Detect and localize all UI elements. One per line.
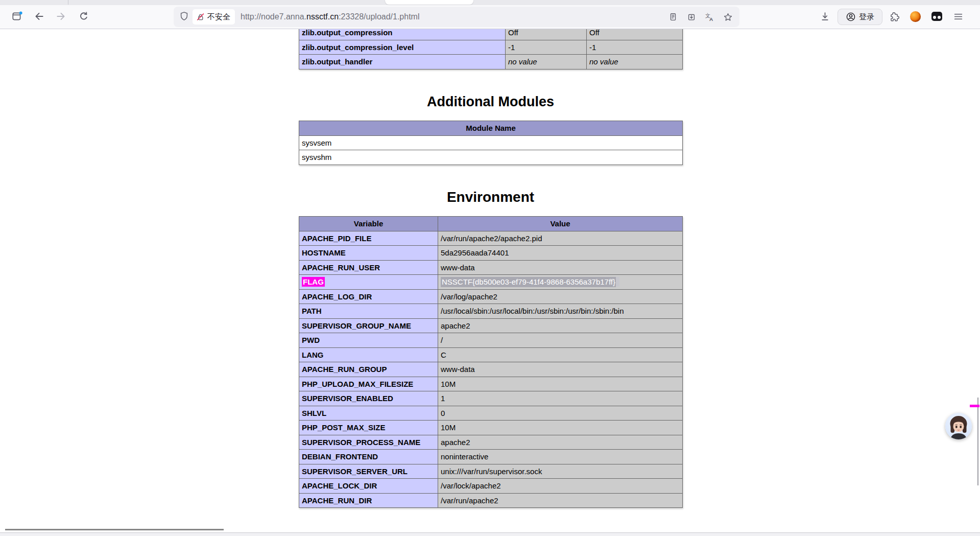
env-variable-cell: SUPERVISOR_ENABLED [299, 391, 438, 406]
config-local-value-cell: no value [506, 55, 587, 69]
env-row: APACHE_RUN_DIR/var/run/apache2 [299, 493, 683, 508]
env-row: APACHE_PID_FILE/var/run/apache2/apache2.… [299, 231, 683, 246]
env-variable-cell: SUPERVISOR_GROUP_NAME [299, 318, 438, 333]
horizontal-rule [5, 529, 224, 530]
env-row: SUPERVISOR_PROCESS_NAMEapache2 [299, 435, 683, 450]
avatar-girl-illustration [945, 413, 972, 439]
menu-hamburger-icon[interactable] [949, 8, 967, 25]
url-domain: nssctf.cn [306, 12, 339, 21]
url-suffix: :23328/upload/1.phtml [339, 12, 419, 21]
env-variable-cell: APACHE_RUN_DIR [299, 493, 438, 508]
env-value-cell: 0 [438, 406, 683, 421]
bookmark-star-icon[interactable] [721, 10, 735, 25]
env-row: APACHE_RUN_GROUPwww-data [299, 362, 683, 377]
reader-view-icon[interactable] [665, 10, 680, 25]
variable-column-header: Variable [299, 217, 438, 231]
login-label: 登录 [859, 12, 874, 22]
env-value-cell: /var/run/apache2 [438, 493, 683, 508]
config-row: zlib.output_handlerno valueno value [299, 55, 683, 69]
dark-reader-extension-icon[interactable] [928, 8, 945, 25]
translate-icon[interactable]: 文 A [702, 10, 717, 25]
env-row: PHP_UPLOAD_MAX_FILESIZE10M [299, 377, 683, 391]
extensions-puzzle-icon[interactable] [885, 8, 902, 25]
env-row: APACHE_RUN_USERwww-data [299, 260, 683, 275]
config-local-value-cell: -1 [506, 40, 587, 55]
env-row: SUPERVISOR_SERVER_URLunix:///var/run/sup… [299, 464, 683, 479]
firefox-view-icon[interactable] [8, 8, 26, 25]
config-directive-cell: zlib.output_compression_level [299, 40, 506, 55]
back-icon[interactable] [30, 8, 47, 25]
reload-icon[interactable] [75, 8, 92, 25]
security-badge[interactable]: 不安全 [193, 9, 235, 25]
config-row: zlib.output_compression_level-1-1 [299, 40, 683, 55]
env-row: DEBIAN_FRONTENDnoninteractive [299, 450, 683, 464]
config-master-value-cell: -1 [587, 40, 683, 55]
download-icon[interactable] [816, 8, 833, 25]
selection-tail [616, 277, 619, 287]
env-row: PWD/ [299, 333, 683, 348]
env-variable-cell: APACHE_LOCK_DIR [299, 479, 438, 494]
env-row: APACHE_LOCK_DIR/var/lock/apache2 [299, 479, 683, 494]
env-value-cell: /var/log/apache2 [438, 289, 683, 304]
url-bar[interactable]: 不安全 http://node7.anna.nssctf.cn:23328/up… [174, 7, 739, 27]
env-row: APACHE_LOG_DIR/var/log/apache2 [299, 289, 683, 304]
security-label: 不安全 [207, 12, 230, 22]
additional-modules-table: Module Name sysvsemsysvshm [299, 121, 683, 165]
svg-text:A: A [709, 16, 713, 22]
active-tab[interactable] [385, 0, 473, 5]
environment-heading: Environment [299, 189, 682, 206]
env-variable-cell: SHLVL [299, 406, 438, 421]
env-row: SUPERVISOR_GROUP_NAMEapache2 [299, 318, 683, 333]
find-match-scroll-marker [970, 405, 979, 407]
selected-flag-value: NSSCTF{db500e03-ef79-41f4-9868-6356a37b1… [441, 277, 616, 287]
env-variable-cell: HOSTNAME [299, 246, 438, 261]
tab-separator [68, 0, 68, 5]
navigation-toolbar: 不安全 http://node7.anna.nssctf.cn:23328/up… [0, 5, 980, 29]
env-row: SUPERVISOR_ENABLED1 [299, 391, 683, 406]
env-value-cell: /usr/local/sbin:/usr/local/bin:/usr/sbin… [438, 304, 683, 319]
page-viewport: zlib.output_compressionOffOffzlib.output… [0, 29, 980, 533]
environment-header-row: Variable Value [299, 217, 683, 231]
env-variable-cell: SUPERVISOR_SERVER_URL [299, 464, 438, 479]
scrollbar-thumb[interactable] [977, 398, 978, 485]
value-column-header: Value [438, 217, 683, 231]
find-bar-edge [0, 532, 980, 536]
env-value-cell: C [438, 347, 683, 362]
env-variable-cell: APACHE_RUN_USER [299, 260, 438, 275]
config-master-value-cell: Off [587, 29, 683, 40]
config-directive-cell: zlib.output_compression [299, 29, 506, 40]
env-variable-cell: FLAG [299, 275, 438, 290]
env-value-cell: unix:///var/run/supervisor.sock [438, 464, 683, 479]
env-variable-cell: SUPERVISOR_PROCESS_NAME [299, 435, 438, 450]
env-value-cell: 10M [438, 377, 683, 391]
env-variable-cell: PATH [299, 304, 438, 319]
env-value-cell: / [438, 333, 683, 348]
module-name-cell: sysvshm [299, 150, 683, 165]
assistant-avatar-widget[interactable] [945, 413, 972, 439]
env-value-cell: apache2 [438, 435, 683, 450]
env-value-cell: 1 [438, 391, 683, 406]
config-local-value-cell: Off [506, 29, 587, 40]
env-variable-cell: PHP_POST_MAX_SIZE [299, 421, 438, 435]
config-row: zlib.output_compressionOffOff [299, 29, 683, 40]
url-text[interactable]: http://node7.anna.nssctf.cn:23328/upload… [241, 12, 419, 21]
account-login-button[interactable]: 登录 [838, 9, 882, 25]
orange-extension-icon[interactable] [906, 8, 924, 25]
env-variable-cell: PHP_UPLOAD_MAX_FILESIZE [299, 377, 438, 391]
zlib-config-table: zlib.output_compressionOffOffzlib.output… [299, 29, 683, 69]
env-row: SHLVL0 [299, 406, 683, 421]
env-value-cell: 10M [438, 421, 683, 435]
url-prefix: http://node7.anna. [241, 12, 306, 21]
env-row: LANGC [299, 347, 683, 362]
env-variable-cell: LANG [299, 347, 438, 362]
shield-icon[interactable] [179, 11, 189, 23]
env-variable-cell: APACHE_LOG_DIR [299, 289, 438, 304]
tab-strip [0, 0, 980, 5]
env-row-flag: FLAGNSSCTF{db500e03-ef79-41f4-9868-6356a… [299, 275, 683, 290]
find-highlight: FLAG [302, 277, 325, 287]
env-row: PHP_POST_MAX_SIZE10M [299, 421, 683, 435]
env-variable-cell: PWD [299, 333, 438, 348]
env-variable-cell: APACHE_RUN_GROUP [299, 362, 438, 377]
save-page-icon[interactable] [684, 10, 699, 25]
module-row: sysvsem [299, 135, 683, 150]
